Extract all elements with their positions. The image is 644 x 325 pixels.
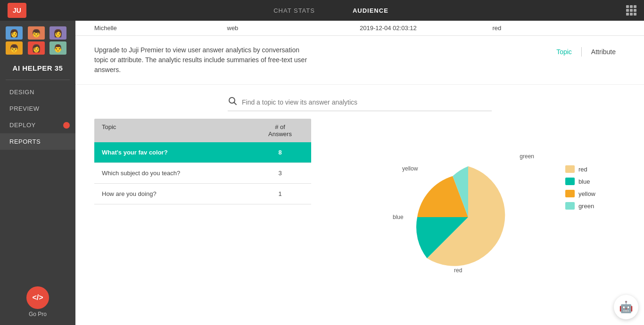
legend-color-red [565, 165, 575, 173]
row-source: web [227, 24, 360, 32]
topic-count-2: 3 [256, 170, 304, 177]
header-answers: # ofAnswers [256, 123, 304, 138]
avatar-2: 👦 [28, 26, 45, 40]
topic-name-3: How are you doing? [102, 190, 256, 197]
svg-line-1 [234, 103, 237, 105]
legend-color-blue [565, 178, 575, 185]
header-topic: Topic [102, 123, 256, 138]
nav-audience[interactable]: AUDIENCE [353, 7, 388, 14]
topic-count-3: 1 [256, 190, 304, 197]
pie-chart [412, 161, 525, 274]
main-layout: 👩 👦 👩 👦 👩 👨 AI HELPER 35 DESIGN PREVIEW … [0, 21, 644, 325]
chart-area: green yellow blue red red blue [330, 119, 625, 316]
table-row[interactable]: Which subject do you teach? 3 [94, 163, 311, 184]
avatar-4: 👦 [6, 41, 23, 55]
pie-label-green: green [520, 153, 534, 160]
deploy-badge [63, 122, 70, 129]
row-name: Michelle [94, 24, 227, 32]
chart-legend: red blue yellow green [565, 165, 595, 210]
go-pro-section: </> Go Pro [0, 279, 75, 325]
pie-label-blue: blue [393, 214, 404, 220]
pie-label-yellow: yellow [402, 165, 418, 172]
search-section [75, 85, 644, 119]
sidebar: 👩 👦 👩 👦 👩 👨 AI HELPER 35 DESIGN PREVIEW … [0, 21, 75, 325]
apps-grid-button[interactable] [626, 5, 636, 16]
avatar-1: 👩 [6, 26, 23, 40]
legend-color-yellow [565, 190, 575, 197]
table-header: Topic # ofAnswers [94, 119, 311, 142]
legend-item-red: red [565, 165, 595, 173]
tab-attribute[interactable]: Attribute [582, 45, 625, 58]
app-logo[interactable]: JU [8, 3, 26, 18]
avatar-5: 👩 [28, 41, 45, 55]
row-timestamp: 2019-12-04 02:03:12 [360, 24, 493, 32]
analytics-area: Topic # ofAnswers What's your fav color?… [75, 119, 644, 325]
row-value: red [493, 24, 626, 32]
pie-label-red: red [454, 267, 462, 274]
legend-color-green [565, 202, 575, 210]
top-navigation: JU CHAT STATS AUDIENCE [0, 0, 644, 21]
legend-item-yellow: yellow [565, 190, 595, 197]
go-pro-label: Go Pro [29, 311, 47, 317]
sidebar-item-preview[interactable]: PREVIEW [0, 100, 75, 117]
topic-attribute-tabs: Topic Attribute [547, 45, 625, 58]
sidebar-divider [6, 80, 70, 80]
data-row: Michelle web 2019-12-04 02:03:12 red [75, 21, 644, 36]
nav-chat-stats[interactable]: CHAT STATS [273, 7, 315, 14]
upgrade-text: Upgrade to Juji Premier to view user ans… [94, 45, 311, 75]
search-icon [228, 96, 237, 108]
upgrade-section: Upgrade to Juji Premier to view user ans… [75, 36, 644, 85]
topic-name-1: What's your fav color? [102, 149, 256, 156]
main-content: Michelle web 2019-12-04 02:03:12 red Upg… [75, 21, 644, 325]
pie-chart-container: green yellow blue red red blue [397, 151, 558, 283]
topic-table: Topic # ofAnswers What's your fav color?… [94, 119, 311, 316]
sidebar-title: AI HELPER 35 [0, 60, 75, 80]
table-row[interactable]: How are you doing? 1 [94, 184, 311, 204]
avatar-3: 👩 [50, 26, 66, 40]
sidebar-item-deploy[interactable]: DEPLOY [0, 117, 75, 133]
topic-name-2: Which subject do you teach? [102, 170, 256, 177]
table-row[interactable]: What's your fav color? 8 [94, 142, 311, 163]
tab-topic[interactable]: Topic [547, 45, 581, 58]
legend-item-blue: blue [565, 178, 595, 185]
topic-count-1: 8 [256, 149, 304, 156]
robot-assistant-button[interactable]: 🤖 [614, 295, 638, 319]
grid-icon [626, 5, 636, 16]
nav-links: CHAT STATS AUDIENCE [36, 7, 626, 14]
sidebar-spacer [0, 150, 75, 279]
search-input[interactable] [242, 98, 492, 106]
search-container [228, 96, 492, 111]
sidebar-item-reports[interactable]: REPORTS [0, 133, 75, 150]
sidebar-item-design[interactable]: DESIGN [0, 84, 75, 100]
avatar-6: 👨 [50, 41, 66, 55]
go-pro-button[interactable]: </> [26, 286, 49, 309]
audience-avatars: 👩 👦 👩 👦 👩 👨 [0, 21, 75, 60]
legend-item-green: green [565, 202, 595, 210]
